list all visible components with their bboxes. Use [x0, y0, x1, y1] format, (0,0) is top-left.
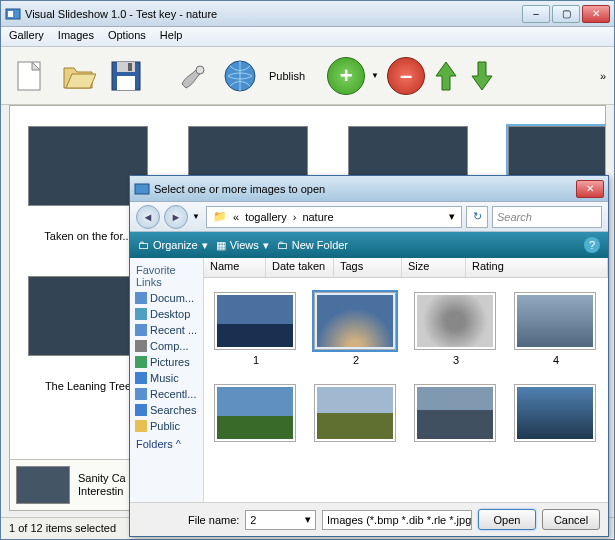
save-button[interactable] — [105, 55, 147, 97]
dialog-title: Select one or more images to open — [154, 183, 576, 195]
publish-label: Publish — [269, 70, 305, 82]
fav-link[interactable]: Music — [132, 370, 201, 386]
fav-link[interactable]: Recent ... — [132, 322, 201, 338]
nav-back-button[interactable]: ◄ — [136, 205, 160, 229]
toolbar: Publish + ▼ – » — [1, 47, 614, 105]
column-headers[interactable]: Name Date taken Tags Size Rating — [204, 258, 608, 278]
refresh-button[interactable]: ↻ — [466, 206, 488, 228]
publish-button[interactable] — [219, 55, 261, 97]
crumb-segment[interactable]: « — [231, 211, 241, 223]
svg-rect-13 — [135, 292, 147, 304]
open-button[interactable]: Open — [478, 509, 536, 530]
crumb-segment[interactable]: nature — [300, 211, 335, 223]
svg-rect-20 — [135, 404, 147, 416]
menu-gallery[interactable]: Gallery — [9, 29, 44, 44]
remove-button[interactable]: – — [387, 57, 425, 95]
crumb-segment[interactable]: togallery — [243, 211, 289, 223]
file-name: 3 — [414, 354, 498, 366]
file-name: 2 — [314, 354, 398, 366]
new-button[interactable] — [9, 55, 51, 97]
col-rating[interactable]: Rating — [466, 258, 608, 277]
chevron-down-icon[interactable]: ▾ — [305, 513, 311, 526]
col-name[interactable]: Name — [204, 258, 266, 277]
svg-rect-15 — [135, 324, 147, 336]
filename-label: File name: — [188, 514, 239, 526]
status-text: 1 of 12 items selected — [9, 522, 116, 534]
svg-marker-10 — [436, 62, 456, 90]
file-item[interactable] — [414, 384, 498, 442]
selected-thumb — [16, 466, 70, 504]
folder-icon: 📁 — [211, 210, 229, 223]
fav-link[interactable]: Comp... — [132, 338, 201, 354]
organize-icon: 🗀 — [138, 239, 149, 251]
chevron-right-icon: › — [291, 211, 299, 223]
close-button[interactable]: ✕ — [582, 5, 610, 23]
svg-point-8 — [196, 66, 204, 74]
dialog-icon — [134, 181, 150, 197]
views-icon: ▦ — [216, 239, 226, 252]
breadcrumb[interactable]: 📁 « togallery › nature ▾ — [206, 206, 462, 228]
favorites-pane: Favorite Links Docum... Desktop Recent .… — [130, 258, 204, 502]
svg-rect-1 — [8, 11, 13, 17]
selected-caption: Interestin — [78, 485, 126, 498]
menu-help[interactable]: Help — [160, 29, 183, 44]
dialog-command-bar: 🗀Organize ▾ ▦Views ▾ 🗀New Folder ? — [130, 232, 608, 258]
main-titlebar[interactable]: Visual Slideshow 1.0 - Test key - nature… — [1, 1, 614, 27]
app-icon — [5, 6, 21, 22]
fav-link[interactable]: Desktop — [132, 306, 201, 322]
fav-link[interactable]: Pictures — [132, 354, 201, 370]
open-button[interactable] — [57, 55, 99, 97]
fav-link[interactable]: Docum... — [132, 290, 201, 306]
file-list-pane: Name Date taken Tags Size Rating 1 2 3 4 — [204, 258, 608, 502]
fav-link[interactable]: Recentl... — [132, 386, 201, 402]
file-item[interactable]: 2 — [314, 292, 398, 366]
folder-icon: 🗀 — [277, 239, 288, 251]
help-button[interactable]: ? — [584, 237, 600, 253]
maximize-button[interactable]: ▢ — [552, 5, 580, 23]
svg-rect-6 — [117, 76, 135, 90]
fav-link[interactable]: Searches — [132, 402, 201, 418]
svg-rect-7 — [128, 63, 132, 71]
move-up-button[interactable] — [431, 55, 461, 97]
chevron-up-icon: ^ — [176, 438, 181, 450]
col-size[interactable]: Size — [402, 258, 466, 277]
file-item[interactable]: 4 — [514, 292, 598, 366]
menu-options[interactable]: Options — [108, 29, 146, 44]
col-date[interactable]: Date taken — [266, 258, 334, 277]
new-folder-button[interactable]: 🗀New Folder — [277, 239, 348, 251]
svg-rect-18 — [135, 372, 147, 384]
svg-rect-17 — [135, 356, 147, 368]
views-button[interactable]: ▦Views ▾ — [216, 239, 269, 252]
menu-images[interactable]: Images — [58, 29, 94, 44]
svg-marker-11 — [472, 62, 492, 90]
search-input[interactable]: Search — [492, 206, 602, 228]
file-item[interactable]: 3 — [414, 292, 498, 366]
dialog-bottom-bar: File name: 2▾ Images (*.bmp *.dib *.rle … — [130, 502, 608, 536]
folders-toggle[interactable]: Folders ^ — [132, 434, 201, 454]
move-down-button[interactable] — [467, 55, 497, 97]
settings-button[interactable] — [171, 55, 213, 97]
dialog-titlebar[interactable]: Select one or more images to open ✕ — [130, 176, 608, 202]
chevron-down-icon[interactable]: ▾ — [447, 210, 457, 223]
file-item[interactable] — [514, 384, 598, 442]
selected-caption: Sanity Ca — [78, 472, 126, 485]
nav-history-icon[interactable]: ▼ — [192, 212, 202, 221]
filetype-select[interactable]: Images (*.bmp *.dib *.rle *.jpg▾ — [322, 510, 472, 530]
dialog-close-button[interactable]: ✕ — [576, 180, 604, 198]
file-item[interactable] — [214, 384, 298, 442]
col-tags[interactable]: Tags — [334, 258, 402, 277]
chevron-down-icon: ▾ — [471, 513, 472, 526]
cancel-button[interactable]: Cancel — [542, 509, 600, 530]
add-dropdown-icon[interactable]: ▼ — [371, 71, 381, 80]
add-button[interactable]: + — [327, 57, 365, 95]
main-title: Visual Slideshow 1.0 - Test key - nature — [25, 8, 522, 20]
filename-input[interactable]: 2▾ — [245, 510, 316, 530]
nav-forward-button[interactable]: ► — [164, 205, 188, 229]
organize-button[interactable]: 🗀Organize ▾ — [138, 239, 208, 252]
file-item[interactable]: 1 — [214, 292, 298, 366]
favorites-header: Favorite Links — [132, 262, 201, 290]
toolbar-overflow-icon[interactable]: » — [600, 70, 606, 82]
fav-link[interactable]: Public — [132, 418, 201, 434]
file-item[interactable] — [314, 384, 398, 442]
minimize-button[interactable]: – — [522, 5, 550, 23]
